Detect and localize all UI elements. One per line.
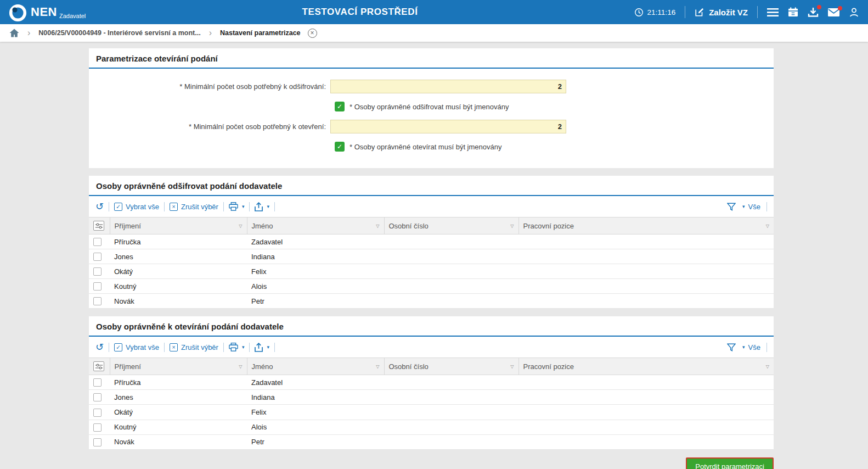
chevron-right-icon: › xyxy=(209,29,212,37)
toolbar-divider xyxy=(223,202,224,211)
close-tab-icon[interactable]: × xyxy=(308,29,317,38)
clear-selection-button[interactable]: × Zrušit výběr xyxy=(170,343,218,351)
row-checkbox[interactable] xyxy=(93,393,102,401)
table-row[interactable]: NovákPetr xyxy=(89,434,774,449)
messages-icon[interactable] xyxy=(828,8,839,16)
table-row[interactable]: JonesIndiana xyxy=(89,390,774,405)
filter-triangle-icon[interactable]: ▽ xyxy=(376,364,379,369)
table-cell xyxy=(518,279,774,294)
row-checkbox[interactable] xyxy=(93,409,102,417)
export-button[interactable]: ▾ xyxy=(255,202,269,211)
refresh-icon[interactable]: ↺ xyxy=(95,202,104,211)
toolbar-right: ▾ Vše xyxy=(727,202,767,211)
min-open-input[interactable] xyxy=(330,120,566,133)
export-icon xyxy=(255,343,263,352)
filter-triangle-icon[interactable]: ▽ xyxy=(510,224,514,228)
filter-triangle-icon[interactable]: ▽ xyxy=(376,224,379,228)
breadcrumb-item-contract[interactable]: N006/25/V00004949 - Interiérové servisní… xyxy=(38,29,200,37)
calendar-icon[interactable] xyxy=(788,7,798,17)
table-cell xyxy=(518,249,774,264)
min-decrypt-input[interactable] xyxy=(330,80,566,93)
row-checkbox[interactable] xyxy=(93,378,102,387)
view-all-label: Vše xyxy=(748,343,760,351)
table-row[interactable]: KoutnýAlois xyxy=(89,279,774,294)
column-settings-header xyxy=(89,217,110,235)
row-checkbox-cell xyxy=(89,249,110,264)
decrypt-named-checkbox[interactable]: ✓ xyxy=(335,102,345,111)
column-settings-icon[interactable] xyxy=(93,361,104,371)
print-button[interactable]: ▾ xyxy=(229,343,245,351)
chevron-right-icon: › xyxy=(27,29,30,37)
table-header-row: Příjmení▽ Jméno▽ Osobní číslo▽ Pracovní … xyxy=(89,358,774,375)
row-checkbox[interactable] xyxy=(93,438,102,446)
column-settings-header xyxy=(89,358,110,375)
confirm-parametrization-button[interactable]: Potvrdit parametrizaci xyxy=(686,457,774,469)
column-settings-icon[interactable] xyxy=(93,221,104,231)
filter-triangle-icon[interactable]: ▽ xyxy=(766,224,769,228)
filter-triangle-icon[interactable]: ▽ xyxy=(239,364,242,369)
filter-triangle-icon[interactable]: ▽ xyxy=(766,364,769,369)
table-row[interactable]: OkátýFelix xyxy=(89,405,774,420)
filter-triangle-icon[interactable]: ▽ xyxy=(239,224,242,228)
row-checkbox[interactable] xyxy=(93,282,102,291)
parametrization-title: Parametrizace otevírání podání xyxy=(89,48,774,69)
clear-selection-button[interactable]: × Zrušit výběr xyxy=(170,203,218,211)
printer-icon xyxy=(229,343,238,351)
column-header-pracovni-pozice[interactable]: Pracovní pozice▽ xyxy=(518,358,774,375)
select-all-button[interactable]: ✓ Vybrat vše xyxy=(114,343,159,351)
caret-down-icon: ▾ xyxy=(242,344,245,350)
print-button[interactable]: ▾ xyxy=(229,202,245,211)
row-checkbox[interactable] xyxy=(93,297,102,305)
table-cell: Novák xyxy=(110,434,247,449)
create-vz-button[interactable]: Založit VZ xyxy=(695,7,748,17)
view-all-dropdown[interactable]: ▾ Vše xyxy=(742,343,760,351)
table-cell xyxy=(384,434,518,449)
toolbar-divider xyxy=(274,343,275,352)
home-icon[interactable] xyxy=(9,29,19,37)
refresh-icon[interactable]: ↺ xyxy=(95,342,104,352)
toolbar-divider xyxy=(766,343,767,352)
column-header-pracovni-pozice[interactable]: Pracovní pozice▽ xyxy=(518,217,774,235)
caret-down-icon: ▾ xyxy=(742,204,745,209)
open-named-checkbox[interactable]: ✓ xyxy=(335,142,345,152)
table-cell: Felix xyxy=(247,405,384,420)
table-cell: Jones xyxy=(110,390,247,405)
compose-icon xyxy=(695,7,704,17)
parametrization-form: * Minimální počet osob potřebný k odšifr… xyxy=(89,69,774,168)
filter-icon[interactable] xyxy=(727,203,736,211)
select-all-label: Vybrat vše xyxy=(126,203,159,211)
table-row[interactable]: PříručkaZadavatel xyxy=(89,235,774,249)
column-header-jmeno[interactable]: Jméno▽ xyxy=(247,217,384,235)
row-checkbox[interactable] xyxy=(93,253,102,261)
column-header-prijmeni[interactable]: Příjmení▽ xyxy=(110,217,247,235)
select-all-button[interactable]: ✓ Vybrat vše xyxy=(114,203,159,211)
column-header-osobni-cislo[interactable]: Osobní číslo▽ xyxy=(384,358,518,375)
menu-icon[interactable] xyxy=(767,8,779,16)
table-row[interactable]: OkátýFelix xyxy=(89,264,774,279)
column-header-osobni-cislo[interactable]: Osobní číslo▽ xyxy=(384,217,518,235)
row-checkbox-cell xyxy=(89,405,110,420)
column-header-jmeno[interactable]: Jméno▽ xyxy=(247,358,384,375)
nen-logo[interactable]: NEN Zadavatel xyxy=(9,1,86,23)
checkbox-checked-icon: ✓ xyxy=(114,343,122,351)
downloads-icon[interactable] xyxy=(808,7,819,17)
row-checkbox[interactable] xyxy=(93,423,102,432)
table-row[interactable]: JonesIndiana xyxy=(89,249,774,264)
table-cell: Indiana xyxy=(247,390,384,405)
row-checkbox[interactable] xyxy=(93,238,102,246)
view-all-dropdown[interactable]: ▾ Vše xyxy=(742,203,760,211)
table-row[interactable]: PříručkaZadavatel xyxy=(89,375,774,390)
create-vz-label: Založit VZ xyxy=(709,8,748,17)
table-cell xyxy=(384,264,518,279)
clock-icon xyxy=(634,8,644,17)
user-icon[interactable] xyxy=(849,7,859,18)
filter-triangle-icon[interactable]: ▽ xyxy=(510,364,514,369)
export-button[interactable]: ▾ xyxy=(255,343,269,352)
row-checkbox[interactable] xyxy=(93,267,102,276)
filter-icon[interactable] xyxy=(727,343,736,351)
column-header-prijmeni[interactable]: Příjmení▽ xyxy=(110,358,247,375)
table-row[interactable]: NovákPetr xyxy=(89,294,774,309)
table-row[interactable]: KoutnýAlois xyxy=(89,420,774,434)
table-cell: Jones xyxy=(110,249,247,264)
table-body: PříručkaZadavatelJonesIndianaOkátýFelixK… xyxy=(89,375,774,449)
